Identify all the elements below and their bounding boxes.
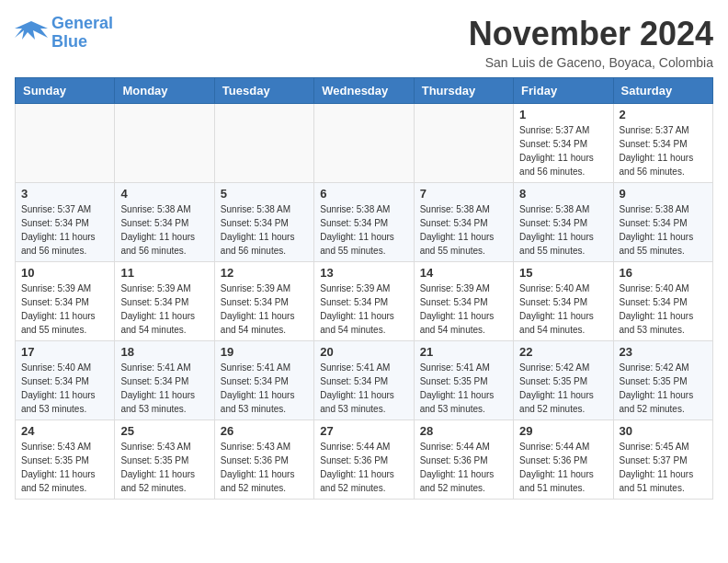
logo-line1: General bbox=[51, 14, 113, 32]
day-number: 20 bbox=[320, 345, 407, 359]
calendar-cell: 25Sunrise: 5:43 AM Sunset: 5:35 PM Dayli… bbox=[115, 420, 214, 500]
day-number: 16 bbox=[620, 266, 707, 280]
day-info: Sunrise: 5:43 AM Sunset: 5:35 PM Dayligh… bbox=[120, 440, 208, 495]
weekday-header: Thursday bbox=[414, 78, 513, 104]
month-title: November 2024 bbox=[469, 15, 713, 53]
day-info: Sunrise: 5:37 AM Sunset: 5:34 PM Dayligh… bbox=[21, 202, 108, 258]
calendar-cell: 28Sunrise: 5:44 AM Sunset: 5:36 PM Dayli… bbox=[414, 420, 513, 500]
calendar-cell: 19Sunrise: 5:41 AM Sunset: 5:34 PM Dayli… bbox=[214, 341, 313, 420]
calendar-cell: 10Sunrise: 5:39 AM Sunset: 5:34 PM Dayli… bbox=[16, 262, 115, 341]
day-info: Sunrise: 5:39 AM Sunset: 5:34 PM Dayligh… bbox=[420, 282, 507, 337]
day-info: Sunrise: 5:38 AM Sunset: 5:34 PM Dayligh… bbox=[519, 202, 607, 258]
weekday-header: Saturday bbox=[613, 78, 712, 104]
day-number: 13 bbox=[320, 266, 407, 280]
day-number: 24 bbox=[21, 424, 108, 438]
day-info: Sunrise: 5:39 AM Sunset: 5:34 PM Dayligh… bbox=[320, 282, 407, 337]
calendar-cell: 14Sunrise: 5:39 AM Sunset: 5:34 PM Dayli… bbox=[414, 262, 513, 341]
day-number: 7 bbox=[420, 187, 507, 201]
svg-marker-0 bbox=[15, 21, 48, 40]
day-info: Sunrise: 5:42 AM Sunset: 5:35 PM Dayligh… bbox=[620, 361, 707, 416]
day-info: Sunrise: 5:41 AM Sunset: 5:34 PM Dayligh… bbox=[320, 361, 407, 416]
page-header: General Blue November 2024 San Luis de G… bbox=[15, 15, 713, 70]
day-info: Sunrise: 5:43 AM Sunset: 5:36 PM Dayligh… bbox=[221, 440, 308, 495]
calendar-cell: 26Sunrise: 5:43 AM Sunset: 5:36 PM Dayli… bbox=[214, 420, 313, 500]
day-number: 1 bbox=[519, 108, 607, 121]
calendar-cell: 2Sunrise: 5:37 AM Sunset: 5:34 PM Daylig… bbox=[613, 104, 712, 183]
day-number: 27 bbox=[320, 424, 407, 438]
day-number: 14 bbox=[420, 266, 507, 280]
calendar-cell: 27Sunrise: 5:44 AM Sunset: 5:36 PM Dayli… bbox=[314, 420, 414, 500]
weekday-header: Monday bbox=[115, 78, 214, 104]
day-number: 23 bbox=[620, 345, 707, 359]
day-number: 25 bbox=[120, 424, 208, 438]
calendar-cell: 21Sunrise: 5:41 AM Sunset: 5:35 PM Dayli… bbox=[414, 341, 513, 420]
logo-line2: Blue bbox=[51, 32, 87, 51]
calendar-cell: 22Sunrise: 5:42 AM Sunset: 5:35 PM Dayli… bbox=[514, 341, 613, 420]
day-info: Sunrise: 5:38 AM Sunset: 5:34 PM Dayligh… bbox=[221, 202, 308, 258]
calendar-cell: 3Sunrise: 5:37 AM Sunset: 5:34 PM Daylig… bbox=[16, 183, 115, 262]
day-info: Sunrise: 5:45 AM Sunset: 5:37 PM Dayligh… bbox=[620, 440, 707, 495]
calendar-week-row: 24Sunrise: 5:43 AM Sunset: 5:35 PM Dayli… bbox=[16, 420, 713, 500]
calendar-cell: 5Sunrise: 5:38 AM Sunset: 5:34 PM Daylig… bbox=[214, 183, 313, 262]
calendar-cell: 18Sunrise: 5:41 AM Sunset: 5:34 PM Dayli… bbox=[115, 341, 214, 420]
day-info: Sunrise: 5:44 AM Sunset: 5:36 PM Dayligh… bbox=[420, 440, 507, 495]
day-number: 26 bbox=[221, 424, 308, 438]
day-number: 30 bbox=[620, 424, 707, 438]
day-number: 18 bbox=[120, 345, 208, 359]
day-number: 28 bbox=[420, 424, 507, 438]
day-number: 19 bbox=[221, 345, 308, 359]
day-info: Sunrise: 5:37 AM Sunset: 5:34 PM Dayligh… bbox=[519, 123, 607, 178]
calendar-table: SundayMondayTuesdayWednesdayThursdayFrid… bbox=[15, 77, 713, 500]
day-info: Sunrise: 5:37 AM Sunset: 5:34 PM Dayligh… bbox=[620, 123, 707, 178]
calendar-cell: 8Sunrise: 5:38 AM Sunset: 5:34 PM Daylig… bbox=[514, 183, 613, 262]
calendar-cell bbox=[214, 104, 313, 183]
calendar-cell: 6Sunrise: 5:38 AM Sunset: 5:34 PM Daylig… bbox=[314, 183, 414, 262]
location-subtitle: San Luis de Gaceno, Boyaca, Colombia bbox=[469, 55, 713, 70]
title-block: November 2024 San Luis de Gaceno, Boyaca… bbox=[469, 15, 713, 70]
day-number: 2 bbox=[620, 108, 707, 121]
calendar-cell bbox=[314, 104, 414, 183]
calendar-cell: 20Sunrise: 5:41 AM Sunset: 5:34 PM Dayli… bbox=[314, 341, 414, 420]
calendar-week-row: 17Sunrise: 5:40 AM Sunset: 5:34 PM Dayli… bbox=[16, 341, 713, 420]
day-info: Sunrise: 5:43 AM Sunset: 5:35 PM Dayligh… bbox=[21, 440, 108, 495]
day-info: Sunrise: 5:39 AM Sunset: 5:34 PM Dayligh… bbox=[21, 282, 108, 337]
calendar-week-row: 1Sunrise: 5:37 AM Sunset: 5:34 PM Daylig… bbox=[16, 104, 713, 183]
calendar-cell: 12Sunrise: 5:39 AM Sunset: 5:34 PM Dayli… bbox=[214, 262, 313, 341]
logo-text: General Blue bbox=[51, 15, 113, 52]
day-info: Sunrise: 5:41 AM Sunset: 5:34 PM Dayligh… bbox=[221, 361, 308, 416]
calendar-cell bbox=[115, 104, 214, 183]
calendar-cell: 11Sunrise: 5:39 AM Sunset: 5:34 PM Dayli… bbox=[115, 262, 214, 341]
day-number: 5 bbox=[221, 187, 308, 201]
calendar-cell: 17Sunrise: 5:40 AM Sunset: 5:34 PM Dayli… bbox=[16, 341, 115, 420]
day-number: 17 bbox=[21, 345, 108, 359]
day-number: 9 bbox=[620, 187, 707, 201]
day-number: 15 bbox=[519, 266, 607, 280]
day-info: Sunrise: 5:40 AM Sunset: 5:34 PM Dayligh… bbox=[519, 282, 607, 337]
day-info: Sunrise: 5:40 AM Sunset: 5:34 PM Dayligh… bbox=[620, 282, 707, 337]
calendar-cell: 1Sunrise: 5:37 AM Sunset: 5:34 PM Daylig… bbox=[514, 104, 613, 183]
calendar-cell: 29Sunrise: 5:44 AM Sunset: 5:36 PM Dayli… bbox=[514, 420, 613, 500]
day-info: Sunrise: 5:44 AM Sunset: 5:36 PM Dayligh… bbox=[320, 440, 407, 495]
calendar-cell: 16Sunrise: 5:40 AM Sunset: 5:34 PM Dayli… bbox=[613, 262, 712, 341]
day-number: 11 bbox=[120, 266, 208, 280]
day-info: Sunrise: 5:38 AM Sunset: 5:34 PM Dayligh… bbox=[120, 202, 208, 258]
calendar-cell: 30Sunrise: 5:45 AM Sunset: 5:37 PM Dayli… bbox=[613, 420, 712, 500]
calendar-cell: 4Sunrise: 5:38 AM Sunset: 5:34 PM Daylig… bbox=[115, 183, 214, 262]
day-info: Sunrise: 5:39 AM Sunset: 5:34 PM Dayligh… bbox=[221, 282, 308, 337]
day-info: Sunrise: 5:42 AM Sunset: 5:35 PM Dayligh… bbox=[519, 361, 607, 416]
day-number: 29 bbox=[519, 424, 607, 438]
calendar-week-row: 3Sunrise: 5:37 AM Sunset: 5:34 PM Daylig… bbox=[16, 183, 713, 262]
day-info: Sunrise: 5:40 AM Sunset: 5:34 PM Dayligh… bbox=[21, 361, 108, 416]
weekday-header: Tuesday bbox=[214, 78, 313, 104]
calendar-cell: 24Sunrise: 5:43 AM Sunset: 5:35 PM Dayli… bbox=[16, 420, 115, 500]
day-info: Sunrise: 5:38 AM Sunset: 5:34 PM Dayligh… bbox=[620, 202, 707, 258]
logo-icon bbox=[15, 19, 48, 47]
calendar-cell: 9Sunrise: 5:38 AM Sunset: 5:34 PM Daylig… bbox=[613, 183, 712, 262]
calendar-week-row: 10Sunrise: 5:39 AM Sunset: 5:34 PM Dayli… bbox=[16, 262, 713, 341]
calendar-cell: 7Sunrise: 5:38 AM Sunset: 5:34 PM Daylig… bbox=[414, 183, 513, 262]
weekday-header: Wednesday bbox=[314, 78, 414, 104]
day-number: 6 bbox=[320, 187, 407, 201]
day-number: 8 bbox=[519, 187, 607, 201]
day-number: 21 bbox=[420, 345, 507, 359]
day-number: 4 bbox=[120, 187, 208, 201]
